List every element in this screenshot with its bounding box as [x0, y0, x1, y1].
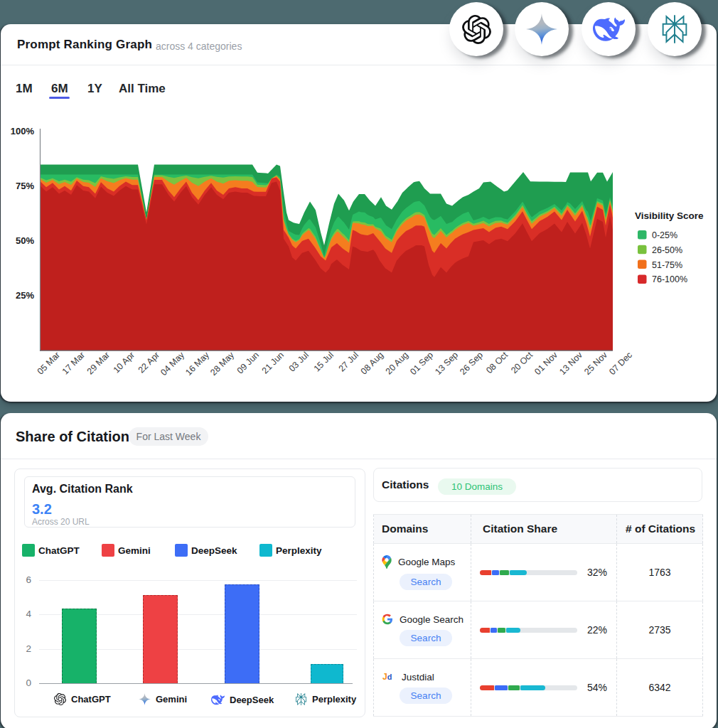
svg-text:51-75%: 51-75% — [652, 260, 682, 270]
svg-text:01 Nov: 01 Nov — [532, 350, 559, 377]
svg-text:20 Aug: 20 Aug — [384, 350, 410, 376]
svg-text:0-25%: 0-25% — [652, 230, 677, 240]
svg-text:15 Jul: 15 Jul — [312, 350, 336, 373]
svg-text:75%: 75% — [16, 181, 34, 191]
svg-text:50%: 50% — [16, 235, 34, 246]
svg-text:03 Jul: 03 Jul — [287, 350, 311, 373]
svg-text:17 Mar: 17 Mar — [60, 350, 87, 376]
svg-text:20 Oct: 20 Oct — [509, 350, 535, 375]
svg-text:08 Oct: 08 Oct — [484, 350, 510, 375]
svg-text:25%: 25% — [16, 290, 34, 301]
svg-text:100%: 100% — [11, 126, 35, 136]
svg-text:d: d — [387, 673, 392, 681]
svg-text:29 Mar: 29 Mar — [85, 350, 112, 376]
svg-text:13 Sep: 13 Sep — [433, 350, 460, 377]
svg-text:21 Jun: 21 Jun — [260, 350, 286, 375]
svg-text:22 Apr: 22 Apr — [136, 350, 161, 375]
svg-text:09 Jun: 09 Jun — [235, 350, 261, 375]
svg-text:04 May: 04 May — [159, 350, 186, 378]
svg-text:25 Nov: 25 Nov — [582, 350, 609, 377]
svg-text:26 Sep: 26 Sep — [458, 350, 485, 377]
svg-text:08 Aug: 08 Aug — [359, 350, 385, 376]
svg-text:28 May: 28 May — [208, 350, 236, 378]
svg-text:76-100%: 76-100% — [652, 274, 687, 284]
svg-text:05 Mar: 05 Mar — [36, 350, 62, 376]
svg-text:26-50%: 26-50% — [652, 245, 682, 255]
svg-text:Visibility Score: Visibility Score — [635, 210, 704, 221]
svg-text:16 May: 16 May — [183, 350, 211, 378]
svg-text:J: J — [382, 672, 387, 682]
svg-text:10 Apr: 10 Apr — [112, 350, 136, 375]
svg-text:27 Jul: 27 Jul — [337, 350, 360, 373]
svg-text:01 Sep: 01 Sep — [408, 350, 435, 377]
svg-text:07 Dec: 07 Dec — [607, 350, 634, 377]
svg-text:13 Nov: 13 Nov — [557, 350, 584, 377]
